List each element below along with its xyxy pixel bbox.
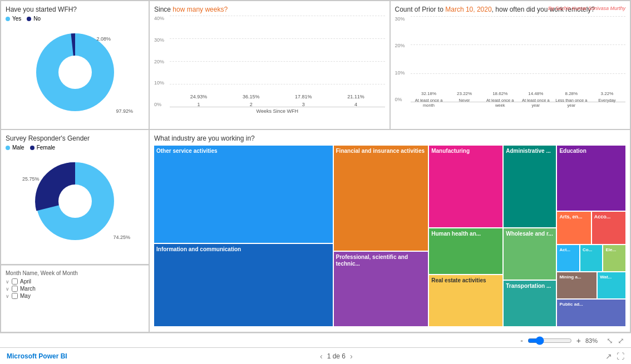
weeks-y-axis: 40% 30% 20% 10% 0% (154, 16, 164, 107)
april-checkbox[interactable] (12, 278, 18, 285)
may-chevron: ∨ (6, 293, 9, 299)
weeks-panel: Since how many weeks? 40% 30% 20% 10% 0% (150, 1, 390, 129)
treemap-ele[interactable]: Ele... (603, 245, 625, 271)
weeks-title: Since how many weeks? (154, 6, 385, 13)
count-bar-year: 14.48% (519, 91, 553, 97)
no-pct-label: 2.08% (96, 36, 111, 42)
count-bar-never: 23.22% (447, 91, 482, 97)
wfh-legend-no: No (27, 16, 41, 22)
treemap-wat[interactable]: Wat... (598, 272, 625, 298)
april-label: April (20, 278, 31, 285)
powerbi-link[interactable]: Microsoft Power BI (7, 352, 67, 360)
weeks-bar-1: 24.93% 1 (186, 94, 211, 107)
may-checkbox[interactable] (12, 293, 18, 299)
wfh-pie-container: 97.92% 2.08% (6, 25, 144, 119)
treemap-acco[interactable]: Acco... (592, 212, 625, 244)
education-label: Education (559, 148, 586, 154)
count-panel: Count of Prior to March 10, 2020, how of… (391, 1, 630, 129)
female-dot (30, 146, 34, 150)
zoom-slider[interactable] (528, 336, 572, 345)
treemap-education[interactable]: Education (557, 146, 625, 211)
yes-pct-label: 97.92% (116, 108, 133, 114)
month-may[interactable]: ∨ May (6, 293, 144, 299)
treemap-administrative[interactable]: Administrative ... (504, 146, 556, 227)
yes-dot (6, 17, 10, 21)
zoom-minus[interactable]: - (520, 336, 523, 345)
realestate-label: Real estate activities (431, 277, 486, 284)
count-bar-week: 18.62% (483, 91, 517, 97)
treemap-manufacturing[interactable]: Manufacturing (429, 146, 502, 227)
next-page-btn[interactable]: › (350, 352, 353, 361)
count-bar-month: 32.18% (412, 91, 446, 97)
page-indicator: 1 de 6 (327, 352, 346, 360)
month-march[interactable]: ∨ March (6, 286, 144, 292)
treemap-col5: Education Arts, en... Acco... (557, 146, 625, 326)
month-title: Month Name, Week of Month (6, 270, 144, 276)
arts-label: Arts, en... (559, 214, 582, 220)
weeks-x-label: Weeks Since WFH (170, 108, 385, 114)
fullscreen-btn[interactable]: ⤢ (618, 336, 624, 345)
fullscreen-exit-btn[interactable]: ⤡ (607, 336, 613, 345)
treemap-transportation[interactable]: Transportation ... (504, 281, 556, 326)
gender-title: Survey Responder's Gender (6, 134, 144, 142)
weeks-bar-3: 17.81% 3 (291, 94, 316, 107)
treemap-co[interactable]: Co... (580, 245, 603, 271)
treemap-title: What industry are you working in? (154, 134, 625, 142)
treemap-information[interactable]: Information and communication (154, 244, 333, 326)
month-panel: Month Name, Week of Month ∨ April ∨ Marc… (1, 265, 149, 332)
dashboard: Have you started WFH? Yes No (0, 0, 631, 333)
march-checkbox[interactable] (12, 286, 18, 292)
top-row: Have you started WFH? Yes No (1, 1, 630, 129)
treemap-col4: Administrative ... Wholesale and r... Tr… (504, 146, 556, 326)
share-btn[interactable]: ↗ (605, 352, 612, 361)
weeks-bar-2: 36.15% 2 (239, 94, 264, 107)
zoom-plus[interactable]: + (576, 336, 581, 345)
treemap-other-service[interactable]: Other service activities (154, 146, 333, 243)
count-bars: 32.18% 23.22% 18.62% 14.48% (411, 16, 626, 97)
public-label: Public ad... (559, 302, 583, 307)
treemap-col3: Manufacturing Human health an... Real es… (429, 146, 502, 326)
treemap-arts[interactable]: Arts, en... (557, 212, 590, 244)
no-dot (27, 17, 31, 21)
march-label: March (20, 286, 36, 292)
acco-label: Acco... (594, 214, 611, 220)
male-dot (6, 146, 10, 150)
treemap: Other service activities Information and… (154, 146, 625, 326)
may-label: May (20, 293, 31, 299)
treemap-col2: Financial and insurance activities Profe… (334, 146, 428, 326)
prev-page-btn[interactable]: ‹ (320, 352, 323, 361)
svg-point-3 (58, 185, 92, 218)
expand-btn[interactable]: ⛶ (617, 352, 624, 361)
treemap-wholesale[interactable]: Wholesale and r... (504, 228, 556, 280)
count-bar-everyday: 3.22% (590, 91, 624, 97)
zoom-bar: - + 83% ⤡ ⤢ (0, 333, 631, 347)
information-label: Information and communication (156, 246, 241, 253)
ele-label: Ele... (605, 247, 616, 253)
gender-pie-container: 74.25% 25.75% (6, 154, 144, 248)
female-pct-label: 25.75% (22, 176, 40, 182)
count-y-axis: 30% 20% 10% 0% (395, 16, 405, 102)
month-april[interactable]: ∨ April (6, 278, 144, 285)
count-attribution: By Sachin Kumar Srinivasa Murthy (548, 6, 625, 11)
count-bar-less-year: 8.28% (554, 91, 589, 97)
gender-legend-male: Male (6, 144, 24, 151)
treemap-mining[interactable]: Mining a... (557, 272, 597, 298)
zoom-value: 83% (585, 337, 602, 344)
manufacturing-label: Manufacturing (431, 148, 470, 154)
gender-legend-female: Female (30, 144, 55, 151)
act-label: Act... (559, 247, 570, 253)
treemap-arts-row: Arts, en... Acco... (557, 212, 625, 244)
treemap-act[interactable]: Act... (557, 245, 579, 271)
treemap-health[interactable]: Human health an... (429, 228, 502, 274)
treemap-act-row: Act... Co... Ele... (557, 245, 625, 271)
treemap-realestate[interactable]: Real estate activities (429, 275, 502, 326)
treemap-professional[interactable]: Professional, scientific and technic... (334, 252, 428, 326)
treemap-public[interactable]: Public ad... (557, 300, 625, 326)
month-list: ∨ April ∨ March ∨ May (6, 278, 144, 299)
weeks-bars: 24.93% 1 36.15% 2 17.81% 3 (170, 16, 385, 107)
other-service-label: Other service activities (156, 148, 218, 154)
wholesale-label: Wholesale and r... (506, 231, 553, 237)
treemap-financial[interactable]: Financial and insurance activities (334, 146, 428, 251)
health-label: Human health an... (431, 231, 481, 237)
svg-point-1 (58, 56, 92, 89)
